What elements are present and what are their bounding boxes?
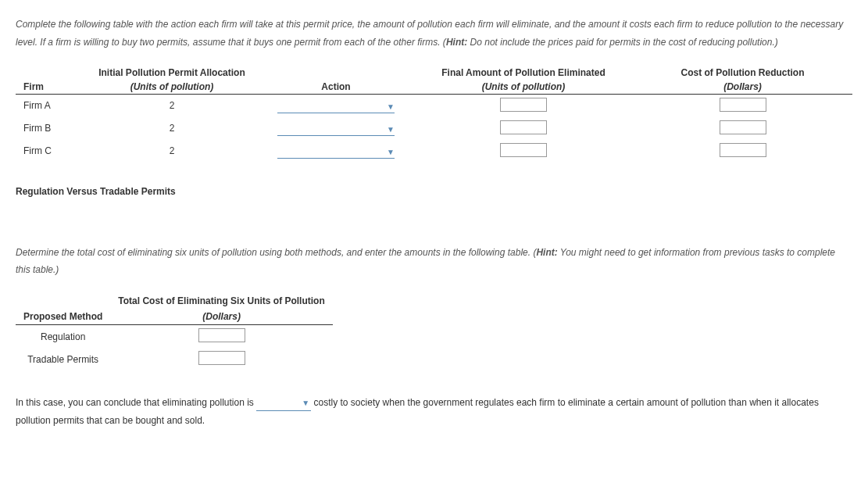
method-label: Regulation bbox=[16, 325, 110, 349]
chevron-down-icon: ▼ bbox=[387, 125, 395, 134]
cost-table: Total Cost of Eliminating Six Units of P… bbox=[16, 293, 333, 370]
chevron-down-icon: ▼ bbox=[387, 102, 395, 111]
allocation-value: 2 bbox=[86, 140, 258, 163]
action-dropdown[interactable]: ▼ bbox=[277, 101, 395, 113]
eliminated-input[interactable] bbox=[500, 98, 547, 112]
chevron-down-icon: ▼ bbox=[387, 148, 395, 156]
action-dropdown[interactable]: ▼ bbox=[277, 146, 395, 159]
firm-label: Firm C bbox=[16, 140, 86, 163]
table-row: Firm C 2 ▼ bbox=[16, 140, 852, 163]
table-row: Tradable Permits bbox=[16, 348, 333, 370]
col-total-cost-title: Total Cost of Eliminating Six Units of P… bbox=[110, 293, 332, 309]
firm-label: Firm A bbox=[16, 94, 86, 117]
eliminated-input[interactable] bbox=[500, 143, 547, 157]
col-cost-unit: (Dollars) bbox=[633, 80, 852, 95]
col-eliminated-unit: (Units of pollution) bbox=[414, 80, 633, 95]
table-row: Regulation bbox=[16, 325, 333, 349]
firms-table: Firm Initial Pollution Permit Allocation… bbox=[16, 66, 852, 163]
conclusion-paragraph: In this case, you can conclude that elim… bbox=[16, 394, 852, 430]
col-total-cost-unit: (Dollars) bbox=[110, 309, 332, 325]
col-firm: Firm bbox=[16, 66, 86, 95]
instructions-paragraph: Complete the following table with the ac… bbox=[16, 16, 852, 52]
allocation-value: 2 bbox=[86, 117, 258, 140]
col-eliminated-title: Final Amount of Pollution Eliminated bbox=[414, 66, 633, 80]
col-allocation-title: Initial Pollution Permit Allocation bbox=[86, 66, 258, 80]
total-cost-input[interactable] bbox=[198, 328, 245, 342]
col-allocation-unit: (Units of pollution) bbox=[86, 80, 258, 95]
cost-input[interactable] bbox=[720, 120, 766, 134]
table-row: Firm A 2 ▼ bbox=[16, 94, 852, 117]
firm-label: Firm B bbox=[16, 117, 86, 140]
cost-input[interactable] bbox=[720, 143, 766, 157]
table-row: Firm B 2 ▼ bbox=[16, 117, 852, 140]
section-heading: Regulation Versus Tradable Permits bbox=[16, 186, 852, 197]
col-method: Proposed Method bbox=[16, 309, 110, 325]
action-dropdown[interactable]: ▼ bbox=[277, 123, 395, 136]
total-cost-input[interactable] bbox=[198, 351, 245, 365]
method-label: Tradable Permits bbox=[16, 348, 110, 370]
instructions-paragraph-2: Determine the total cost of eliminating … bbox=[16, 244, 852, 280]
allocation-value: 2 bbox=[86, 94, 258, 117]
chevron-down-icon: ▼ bbox=[302, 395, 309, 410]
col-action: Action bbox=[258, 66, 414, 95]
eliminated-input[interactable] bbox=[500, 120, 547, 134]
cost-input[interactable] bbox=[720, 98, 766, 112]
conclusion-dropdown[interactable]: ▼ bbox=[256, 395, 311, 411]
col-cost-title: Cost of Pollution Reduction bbox=[633, 66, 852, 80]
